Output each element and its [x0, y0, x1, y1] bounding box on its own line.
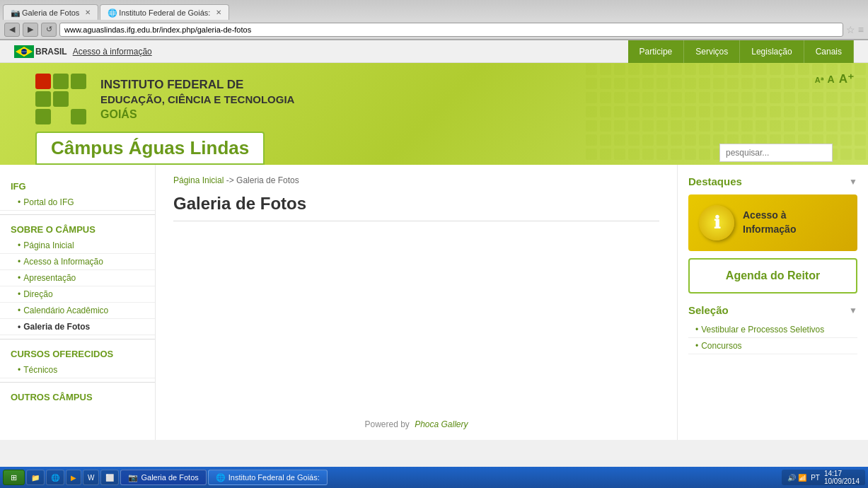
- breadcrumb-current: Galeria de Fotos: [236, 175, 299, 185]
- institution-line2: EDUCAÇÃO, CIÊNCIA E TECNOLOGIA: [100, 93, 294, 107]
- taskbar-other[interactable]: ⬜: [100, 470, 119, 485]
- phoca-gallery-link[interactable]: Phoca Gallery: [415, 419, 468, 429]
- main-content: Página Inicial -> Galeria de Fotos Galer…: [156, 165, 677, 440]
- reload-button[interactable]: ↺: [41, 23, 57, 37]
- tab-galeria[interactable]: 📷 Galeria de Fotos ✕: [3, 4, 98, 20]
- search-input[interactable]: [719, 144, 833, 162]
- powered-by: Powered by Phoca Gallery: [173, 419, 659, 429]
- acesso-info-link[interactable]: Acesso à informação: [73, 47, 152, 57]
- breadcrumb: Página Inicial -> Galeria de Fotos: [173, 175, 659, 185]
- sidebar-item-direcao[interactable]: •Direção: [0, 286, 155, 303]
- institution-line1: INSTITUTO FEDERAL DE: [100, 77, 294, 93]
- taskbar-galeria-item[interactable]: 📷 Galeria de Fotos: [120, 470, 206, 485]
- gov-bar-right: Participe Serviços Legislação Canais: [628, 40, 854, 63]
- logo-cell-g4: [53, 91, 69, 107]
- taskbar-word[interactable]: W: [83, 470, 99, 485]
- sidebar-divider-2: [0, 339, 155, 339]
- forward-button[interactable]: ▶: [23, 23, 38, 37]
- tab-favicon-ifg: 🌐: [108, 8, 116, 17]
- tray-icons: 🔊 📶: [787, 474, 806, 482]
- back-button[interactable]: ◀: [4, 23, 20, 37]
- tab-label-galeria: Galeria de Fotos: [22, 8, 79, 17]
- acesso-informacao-banner[interactable]: ℹ Acesso à Informação: [688, 194, 857, 251]
- tab-close-ifg[interactable]: ✕: [216, 8, 221, 16]
- campus-title-box: Câmpus Águas Lindas: [35, 132, 265, 165]
- destaques-arrow-icon: ▼: [849, 177, 857, 187]
- address-input[interactable]: [59, 23, 843, 37]
- logo-cell-g3: [35, 91, 51, 107]
- taskbar-ifg-label: Instituto Federal de Goiás:: [228, 473, 320, 482]
- agenda-reitor-btn[interactable]: Agenda do Reitor: [688, 258, 857, 294]
- institution-line3: GOIÁS: [100, 108, 294, 121]
- powered-by-text: Powered by: [364, 419, 409, 429]
- acesso-line1: Acesso à: [743, 209, 796, 223]
- page-title: Galeria de Fotos: [173, 194, 659, 221]
- selecao-arrow-icon: ▼: [849, 306, 857, 315]
- brazil-label: BRASIL: [35, 47, 67, 57]
- logo-cell-g1: [53, 74, 69, 89]
- brazil-flag-icon: [14, 45, 34, 58]
- address-bar-row: ◀ ▶ ↺ ☆ ≡: [0, 20, 868, 40]
- search-area: [719, 144, 833, 162]
- breadcrumb-home[interactable]: Página Inicial: [173, 175, 224, 185]
- legislacao-btn[interactable]: Legislação: [740, 40, 804, 63]
- logo-cell-g6: [71, 109, 86, 124]
- selecao-title: Seleção ▼: [688, 304, 857, 316]
- sidebar-item-galeria[interactable]: •Galeria de Fotos: [0, 319, 155, 335]
- info-icon: ℹ: [699, 205, 734, 240]
- destaques-title: Destaques ▼: [688, 175, 857, 187]
- brazil-logo: BRASIL: [14, 45, 67, 58]
- taskbar-galeria-label: Galeria de Fotos: [141, 473, 198, 482]
- logo-cell-red: [35, 74, 51, 89]
- left-sidebar: IFG • Portal do IFG SOBRE O CÂMPUS •Pági…: [0, 165, 156, 440]
- right-sidebar: Destaques ▼ ℹ Acesso à Informação Agenda…: [677, 165, 868, 440]
- taskbar-winamp[interactable]: ▶: [66, 470, 81, 485]
- font-large-btn[interactable]: A⁺: [839, 71, 854, 86]
- logo-cell-empty2: [53, 109, 69, 124]
- menu-icon[interactable]: ≡: [858, 24, 864, 35]
- logo-cell-g5: [35, 109, 51, 124]
- sidebar-cursos-title: CURSOS OFERECIDOS: [0, 343, 155, 362]
- tab-close-galeria[interactable]: ✕: [85, 8, 91, 16]
- sidebar-item-acesso[interactable]: •Acesso à Informação: [0, 254, 155, 270]
- logo-grid: [35, 74, 86, 124]
- servicos-btn[interactable]: Serviços: [684, 40, 740, 63]
- gov-bar: BRASIL Acesso à informação Participe Ser…: [0, 40, 868, 63]
- canais-btn[interactable]: Canais: [804, 40, 854, 63]
- gov-bar-left: BRASIL Acesso à informação: [14, 45, 152, 58]
- start-button[interactable]: ⊞: [3, 470, 25, 485]
- windows-icon: ⊞: [11, 473, 17, 482]
- selecao-item-vestibular[interactable]: • Vestibular e Processos Seletivos: [688, 322, 857, 338]
- agenda-label: Agenda do Reitor: [726, 269, 820, 281]
- tab-favicon-galeria: 📷: [11, 8, 19, 17]
- tray-lang: PT: [811, 474, 820, 482]
- main-layout: IFG • Portal do IFG SOBRE O CÂMPUS •Pági…: [0, 165, 868, 440]
- tab-bar: 📷 Galeria de Fotos ✕ 🌐 Instituto Federal…: [0, 0, 868, 20]
- sidebar-item-calendario[interactable]: •Calendário Acadêmico: [0, 303, 155, 319]
- sidebar-item-pagina[interactable]: •Página Inicial: [0, 238, 155, 254]
- taskbar-ifg-item[interactable]: 🌐 Instituto Federal de Goiás:: [208, 470, 328, 485]
- system-tray: 🔊 📶 PT 14:17 10/09/2014: [782, 470, 865, 485]
- taskbar-ifg-icon: 🌐: [216, 473, 226, 482]
- browser-chrome: 📷 Galeria de Fotos ✕ 🌐 Instituto Federal…: [0, 0, 868, 40]
- sidebar-outros-title: OUTROS CÂMPUS: [0, 386, 155, 405]
- tray-time: 14:17 10/09/2014: [824, 470, 860, 485]
- selecao-item-concursos[interactable]: • Concursos: [688, 338, 857, 354]
- gallery-area: [173, 236, 659, 377]
- sidebar-item-apresentacao[interactable]: •Apresentação: [0, 270, 155, 286]
- sidebar-item-tecnicos[interactable]: •Técnicos: [0, 362, 155, 378]
- taskbar-galeria-icon: 📷: [128, 473, 138, 482]
- taskbar-ie[interactable]: 🌐: [46, 470, 64, 485]
- taskbar-explorer[interactable]: 📁: [26, 470, 45, 485]
- breadcrumb-sep: ->: [226, 175, 236, 185]
- bookmark-star[interactable]: ☆: [846, 24, 855, 35]
- sidebar-item-portal[interactable]: • Portal do IFG: [0, 194, 155, 211]
- tab-ifg[interactable]: 🌐 Instituto Federal de Goiás: ✕: [100, 4, 229, 20]
- sidebar-divider-1: [0, 214, 155, 215]
- sidebar-divider-3: [0, 382, 155, 383]
- participe-btn[interactable]: Participe: [628, 40, 685, 63]
- logo-text: INSTITUTO FEDERAL DE EDUCAÇÃO, CIÊNCIA E…: [100, 77, 294, 122]
- sidebar-campus-title: SOBRE O CÂMPUS: [0, 219, 155, 238]
- selecao-section: Seleção ▼ • Vestibular e Processos Selet…: [688, 304, 857, 354]
- taskbar: ⊞ 📁 🌐 ▶ W ⬜ 📷 Galeria de Fotos 🌐 Institu…: [0, 467, 868, 488]
